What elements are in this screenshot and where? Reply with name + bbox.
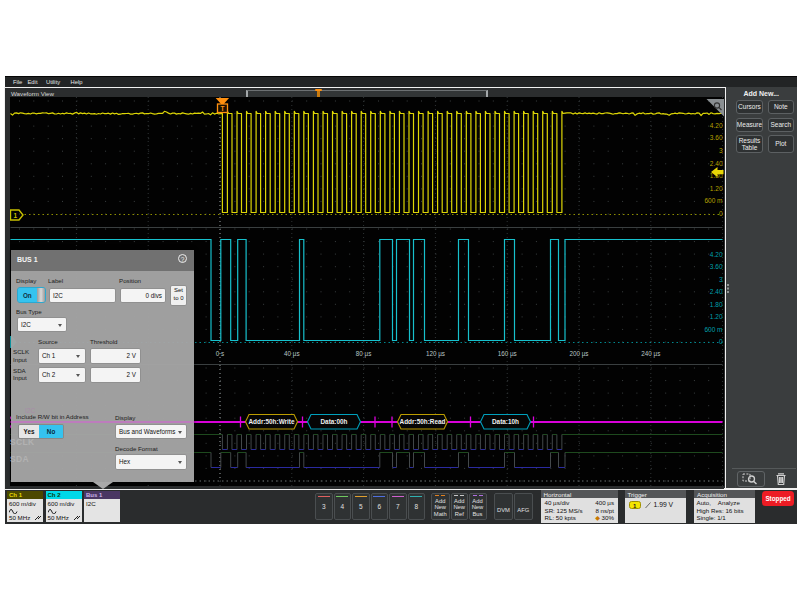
svg-text:0 s: 0 s — [215, 350, 223, 357]
svg-text:Addr:50h:Write: Addr:50h:Write — [248, 418, 294, 425]
svg-text:3: 3 — [718, 276, 722, 283]
svg-text:1.80: 1.80 — [709, 301, 722, 308]
svg-text:4.20: 4.20 — [709, 251, 722, 258]
svg-text:2.40: 2.40 — [709, 288, 722, 295]
svg-text:600 m: 600 m — [704, 326, 722, 333]
svg-text:120 µs: 120 µs — [425, 350, 444, 358]
svg-text:240 µs: 240 µs — [641, 350, 660, 358]
svg-text:160 µs: 160 µs — [497, 350, 516, 358]
svg-text:4.20: 4.20 — [709, 122, 722, 129]
svg-text:40 µs: 40 µs — [284, 350, 300, 358]
svg-text:0: 0 — [718, 338, 722, 345]
svg-text:Addr:50h:Read: Addr:50h:Read — [399, 418, 445, 425]
svg-text:Data:00h: Data:00h — [320, 418, 347, 425]
svg-text:600 m: 600 m — [704, 197, 722, 204]
svg-text:3.60: 3.60 — [709, 263, 722, 270]
svg-text:3: 3 — [718, 147, 722, 154]
svg-text:1.20: 1.20 — [709, 185, 722, 192]
svg-text:200 µs: 200 µs — [569, 350, 588, 358]
svg-text:80 µs: 80 µs — [355, 350, 371, 358]
svg-text:1: 1 — [13, 212, 17, 219]
svg-text:Data:10h: Data:10h — [492, 418, 519, 425]
svg-text:2.40: 2.40 — [709, 160, 722, 167]
svg-text:0: 0 — [718, 210, 722, 217]
svg-text:1.20: 1.20 — [709, 313, 722, 320]
svg-text:T: T — [220, 105, 224, 112]
svg-text:3.60: 3.60 — [709, 134, 722, 141]
